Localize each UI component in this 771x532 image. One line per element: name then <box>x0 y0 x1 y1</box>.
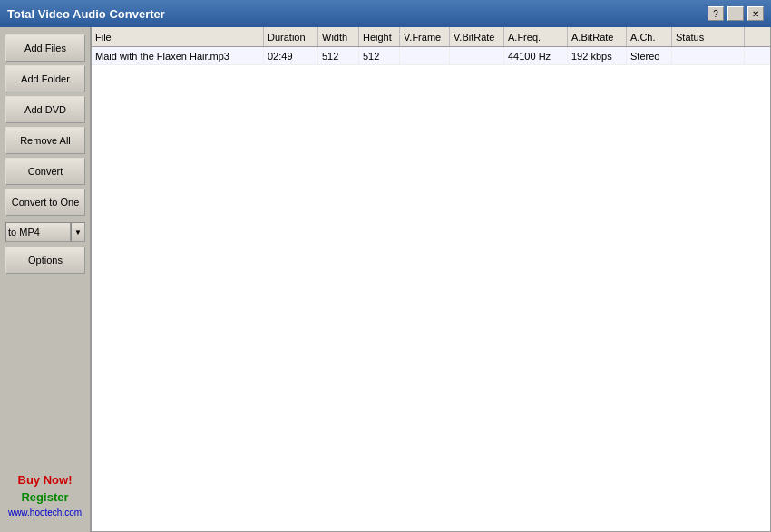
website-link[interactable]: www.hootech.com <box>8 508 82 517</box>
col-header-abitrate: A.BitRate <box>568 27 627 46</box>
add-files-label: Add Files <box>24 43 66 53</box>
format-dropdown-container: to MP4to MP3to AVIto WMVto MOVto FLVto M… <box>5 221 85 243</box>
sidebar: Add Files Add Folder Add DVD Remove All … <box>0 27 91 532</box>
col-header-ach: A.Ch. <box>627 27 672 46</box>
table-cell-abitrate: 192 kbps <box>568 47 627 64</box>
table-cell-height: 512 <box>359 47 400 64</box>
table-cell-status <box>672 47 745 64</box>
convert-to-one-button[interactable]: Convert to One <box>5 189 85 216</box>
format-select[interactable]: to MP4to MP3to AVIto WMVto MOVto FLVto M… <box>5 222 71 242</box>
table-cell-ach: Stereo <box>627 47 672 64</box>
add-files-button[interactable]: Add Files <box>5 34 85 62</box>
close-button[interactable]: ✕ <box>747 6 764 21</box>
remove-all-label: Remove All <box>20 135 71 146</box>
convert-to-one-label: Convert to One <box>12 197 80 208</box>
add-folder-label: Add Folder <box>21 73 70 84</box>
table-cell-file: Maid with the Flaxen Hair.mp3 <box>92 47 264 64</box>
help-button[interactable]: ? <box>708 6 724 21</box>
add-dvd-button[interactable]: Add DVD <box>5 96 85 123</box>
content-area: File Duration Width Height V.Frame V.Bit… <box>91 27 771 532</box>
convert-label: Convert <box>28 166 63 177</box>
sidebar-bottom: Buy Now! Register www.hootech.com <box>5 473 84 525</box>
col-header-vframe: V.Frame <box>400 27 450 46</box>
app-title: Total Video Audio Converter <box>7 7 165 21</box>
col-header-height: Height <box>359 27 400 46</box>
table-header: File Duration Width Height V.Frame V.Bit… <box>92 27 770 47</box>
options-button[interactable]: Options <box>5 247 85 274</box>
buy-now-link[interactable]: Buy Now! <box>18 473 73 487</box>
convert-button[interactable]: Convert <box>5 158 85 185</box>
col-header-afreq: A.Freq. <box>504 27 568 46</box>
table-row[interactable]: Maid with the Flaxen Hair.mp302:49512512… <box>92 47 770 65</box>
minimize-button[interactable]: — <box>727 6 744 21</box>
window-controls: ? — ✕ <box>708 6 764 21</box>
register-link[interactable]: Register <box>21 490 68 504</box>
col-header-vbitrate: V.BitRate <box>450 27 504 46</box>
remove-all-button[interactable]: Remove All <box>5 127 85 154</box>
table-body: Maid with the Flaxen Hair.mp302:49512512… <box>92 47 770 531</box>
add-folder-button[interactable]: Add Folder <box>5 65 85 92</box>
main-container: Add Files Add Folder Add DVD Remove All … <box>0 27 771 532</box>
options-label: Options <box>28 255 63 266</box>
col-header-width: Width <box>318 27 359 46</box>
chevron-down-icon[interactable]: ▼ <box>71 222 85 242</box>
col-header-status: Status <box>672 27 745 46</box>
table-cell-afreq: 44100 Hz <box>504 47 568 64</box>
table-cell-vbitrate <box>450 47 504 64</box>
table-cell-duration: 02:49 <box>264 47 318 64</box>
table-cell-width: 512 <box>318 47 359 64</box>
title-bar: Total Video Audio Converter ? — ✕ <box>0 0 771 27</box>
table-cell-vframe <box>400 47 450 64</box>
add-dvd-label: Add DVD <box>24 104 66 115</box>
col-header-file: File <box>92 27 264 46</box>
col-header-duration: Duration <box>264 27 318 46</box>
